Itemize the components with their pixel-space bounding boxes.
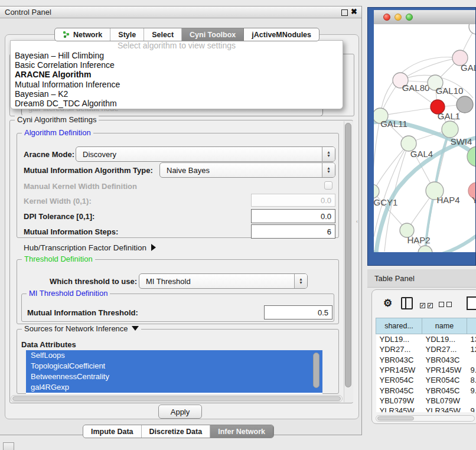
table-row[interactable]: YPR145WYPR145W9. [376,365,476,375]
tab-jactivemnodules[interactable]: jActiveMNodules [244,28,319,41]
table-row[interactable]: YLR345WYLR345W9. [376,406,476,412]
hscroll-thumb[interactable] [12,396,341,401]
table-cell[interactable]: YBR045C [376,385,422,395]
network-node-swi4[interactable] [442,121,458,138]
manual-kernel-checkbox[interactable] [324,181,332,190]
settings-horizontal-scrollbar[interactable] [11,395,343,402]
table-cell[interactable]: YBR043C [422,355,467,365]
table-cell[interactable]: YPR145W [422,365,467,375]
table-cell[interactable]: YBR045C [422,385,467,395]
threshold-definition-title: Threshold Definition [22,255,95,263]
column-header[interactable] [467,318,476,334]
column-header[interactable]: shared... [376,318,422,334]
table-header-row[interactable]: shared...name [376,318,476,334]
table-horizontal-scrollbar[interactable] [376,415,475,422]
dropdown-item[interactable]: Bayesian – Hill Climbing [11,51,343,60]
mi-steps-field[interactable]: 6 [251,224,335,239]
table-row[interactable]: YER054CYER054C8. [376,375,476,385]
close-window-icon[interactable] [383,14,390,21]
table-cell[interactable]: YDR27... [422,344,467,354]
columns-icon[interactable] [401,297,413,309]
list-item[interactable]: gal4RGexp [26,382,322,393]
settings-scrollbar-thumb[interactable] [345,123,351,387]
table-row[interactable]: YBL079WYBL079W [376,396,476,406]
bottom-tabbar: Impute DataDiscretize DataInfer Network [83,425,274,438]
table-cell[interactable]: YLR345W [376,406,422,412]
deselect-all-checks-icon[interactable] [439,300,452,309]
table-cell[interactable]: YER054C [376,375,422,385]
mi-type-combobox[interactable]: Naive Bayes ▴▾ [159,162,335,178]
network-graph: GALGAL80GAL10GAL1GAL11SWI4GAL4HAP4YGCY1H… [374,24,475,252]
tab-label: Cyni Toolbox [190,31,236,39]
apply-button[interactable]: Apply [158,405,202,419]
bottom-tab-impute-data[interactable]: Impute Data [83,425,142,438]
table-cell[interactable]: 9. [467,385,476,395]
table-cell[interactable]: 9. [467,365,476,375]
dropdown-item[interactable]: ARACNE Algorithm [11,70,343,79]
table-cell[interactable]: YBR043C [376,355,422,365]
dpi-tolerance-field[interactable]: 0.0 [251,209,335,223]
which-threshold-combobox[interactable]: MI Threshold ▴▾ [139,273,308,289]
tab-style[interactable]: Style [110,28,144,41]
table-cell[interactable] [467,396,476,406]
table-cell[interactable]: YPR145W [376,365,422,375]
network-node[interactable] [457,96,473,113]
show-panel-button[interactable] [3,442,14,450]
list-item[interactable]: TopologicalCoefficient [26,361,322,371]
table-cell[interactable]: 8. [467,375,476,385]
data-attributes-list[interactable]: SelfLoopsTopologicalCoefficientBetweenne… [26,350,322,394]
table-row[interactable]: YDR27...YDR27...12 [376,344,476,354]
tab-cyni-toolbox[interactable]: Cyni Toolbox [182,28,244,41]
network-edge[interactable] [380,107,438,116]
gear-icon[interactable]: ⚙ [383,297,392,309]
table-cell[interactable]: YDL19... [422,334,467,345]
list-item[interactable]: SelfLoops [26,350,322,361]
close-panel-icon[interactable]: ✖ [351,7,357,16]
tab-select[interactable]: Select [144,28,182,41]
bottom-tab-discretize-data[interactable]: Discretize Data [142,425,211,438]
table-cell[interactable]: YLR345W [422,406,467,412]
table-cell[interactable]: YDL19... [376,334,422,345]
tab-network[interactable]: Network [55,28,110,41]
bottom-tab-infer-network[interactable]: Infer Network [210,425,273,438]
table-cell[interactable]: YER054C [422,375,467,385]
kernel-width-field[interactable]: 0.0 [251,194,335,207]
float-window-icon[interactable] [341,9,348,16]
network-window-titlebar[interactable] [374,10,475,25]
table-hscroll-thumb[interactable] [377,416,414,420]
table-cell[interactable] [467,355,476,365]
sources-group-title[interactable]: Sources for Network Inference [22,324,141,333]
table-cell[interactable]: 12 [467,344,476,354]
table-cell[interactable]: YDR27... [376,344,422,354]
dropdown-item[interactable]: Bayesian – K2 [11,89,343,99]
table-cell[interactable]: 9. [467,406,476,412]
zoom-window-icon[interactable] [406,14,413,21]
tab-label: Select [152,31,174,39]
algorithm-dropdown-popup: Select algorithm to view settingsBayesia… [10,40,343,109]
minimize-window-icon[interactable] [395,14,402,21]
list-item[interactable]: BetweennessCentrality [26,371,322,382]
dropdown-item[interactable]: Basic Correlation Inference [11,60,343,70]
network-edge[interactable] [374,116,380,191]
panel-resize-grip[interactable]: ‹ [356,219,358,224]
network-node-gcy1[interactable] [374,184,379,198]
aracne-mode-combobox[interactable]: Discovery ▴▾ [76,146,335,162]
node-table[interactable]: shared...name YDL19...YDL19...13YDR27...… [376,318,476,412]
table-row[interactable]: YBR043CYBR043C [376,355,476,365]
dpi-tolerance-value: 0.0 [321,212,331,221]
hub-definition-toggle[interactable]: Hub/Transcription Factor Definition [24,243,156,252]
table-cell[interactable]: YBL079W [422,396,467,406]
new-table-icon[interactable] [467,296,476,310]
network-node[interactable] [469,24,475,34]
table-cell[interactable]: 13 [467,334,476,345]
select-all-checks-icon[interactable]: ✓ ✓ [420,300,433,309]
mi-threshold-field[interactable]: 0.5 [264,305,332,319]
column-header[interactable]: name [422,318,467,334]
network-canvas[interactable]: GALGAL80GAL10GAL1GAL11SWI4GAL4HAP4YGCY1H… [374,24,475,252]
dropdown-item[interactable]: Mutual Information Inference [11,80,343,89]
table-row[interactable]: YDL19...YDL19...13 [376,334,476,345]
list-vertical-scrollbar[interactable] [313,353,319,388]
table-cell[interactable]: YBL079W [376,396,422,406]
table-row[interactable]: YBR045CYBR045C9. [376,385,476,395]
dropdown-item[interactable]: Dream8 DC_TDC Algorithm [11,99,343,108]
